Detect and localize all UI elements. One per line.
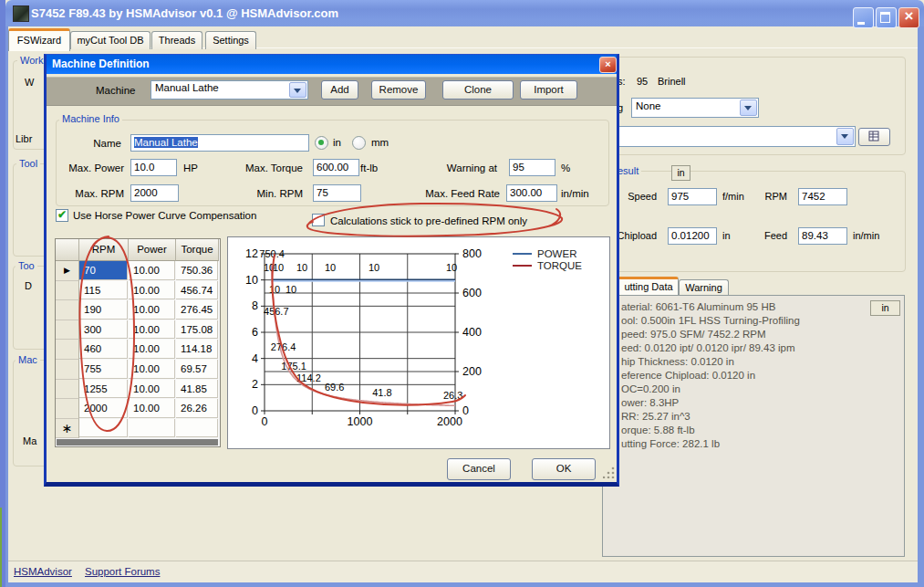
table-row-header[interactable]: ▶ xyxy=(56,261,79,281)
machine-select[interactable]: Manual Lathe xyxy=(151,80,308,100)
link-support-forums[interactable]: Support Forums xyxy=(85,566,160,577)
max-power-field[interactable]: 10.0 xyxy=(130,159,177,176)
max-feed-rate-field[interactable]: 300.00 xyxy=(506,184,557,202)
warning-at-field[interactable]: 95 xyxy=(509,159,555,176)
svg-text:0: 0 xyxy=(262,415,268,428)
close-icon: × xyxy=(905,7,914,25)
table-cell[interactable] xyxy=(129,419,175,438)
max-feed-rate-label: Max. Feed Rate xyxy=(415,188,500,199)
table-header-rpm[interactable]: RPM xyxy=(79,239,129,261)
table-cell[interactable]: 10.00 xyxy=(129,340,175,359)
max-rpm-field[interactable]: 2000 xyxy=(130,184,179,202)
coating-dropdown-icon[interactable] xyxy=(740,100,757,116)
table-cell[interactable]: 1255 xyxy=(79,380,128,399)
table-cell[interactable]: 10.00 xyxy=(129,399,175,418)
hp-curve-checkbox[interactable]: ✔ xyxy=(56,209,68,222)
table-cell[interactable]: 750.36 xyxy=(176,261,218,280)
remove-button[interactable]: Remove xyxy=(371,80,426,100)
table-cell[interactable]: 755 xyxy=(79,360,128,379)
add-button[interactable]: Add xyxy=(321,80,358,100)
table-cell[interactable]: 114.18 xyxy=(176,340,218,359)
tab-mycut-tool-db[interactable]: myCut Tool DB xyxy=(70,31,151,49)
radio-in[interactable] xyxy=(315,136,328,150)
label-d: D xyxy=(25,280,32,291)
svg-text:10: 10 xyxy=(273,262,284,273)
resize-grip[interactable] xyxy=(603,466,616,478)
table-cell[interactable]: 10.00 xyxy=(129,281,175,300)
table-cell[interactable]: 460 xyxy=(79,340,128,359)
table-cell[interactable]: 69.57 xyxy=(176,360,218,379)
tool-edit-button[interactable] xyxy=(858,128,890,146)
dialog-close-button[interactable]: × xyxy=(599,57,617,73)
speed-field[interactable]: 975 xyxy=(668,188,717,205)
table-cell[interactable]: 190 xyxy=(79,300,128,320)
svg-text:41.8: 41.8 xyxy=(372,387,391,398)
table-row-header[interactable] xyxy=(56,360,79,380)
max-torque-field[interactable]: 600.00 xyxy=(313,159,359,176)
table-cell[interactable]: 10.00 xyxy=(129,320,175,340)
table-cell[interactable]: 10.00 xyxy=(129,360,175,379)
table-cell[interactable]: 175.08 xyxy=(176,320,218,340)
max-rpm-label: Max. RPM xyxy=(57,188,124,199)
table-cell[interactable]: 276.45 xyxy=(176,300,218,320)
table-cell[interactable]: 10.00 xyxy=(129,380,175,399)
table-row-header[interactable] xyxy=(56,340,79,360)
desktop-grass xyxy=(0,508,2,587)
tab-settings[interactable]: Settings xyxy=(205,31,256,49)
table-row-header[interactable] xyxy=(56,300,79,320)
svg-text:400: 400 xyxy=(462,326,482,339)
svg-text:200: 200 xyxy=(462,365,482,378)
svg-text:26.3: 26.3 xyxy=(443,390,462,401)
hp-curve-check-icon: ✔ xyxy=(57,208,67,221)
max-feed-rate-unit: in/min xyxy=(561,188,589,199)
rpm-field[interactable]: 7452 xyxy=(798,188,847,205)
table-cell[interactable]: 115 xyxy=(79,281,128,300)
table-cell[interactable] xyxy=(176,419,218,438)
link-hsmadvisor[interactable]: HSMAdvisor xyxy=(14,566,72,577)
radio-in-label: in xyxy=(333,137,341,148)
ok-button[interactable]: OK xyxy=(532,458,596,480)
table-header-power[interactable]: Power xyxy=(129,239,176,261)
table-cell[interactable]: 2000 xyxy=(79,399,128,418)
table-cell[interactable]: 10.00 xyxy=(129,300,175,320)
name-label: Name xyxy=(67,138,121,149)
table-row-header[interactable]: ∗ xyxy=(56,419,79,439)
maximize-button[interactable] xyxy=(876,7,897,28)
minimize-button[interactable] xyxy=(853,7,874,28)
rpm-table: RPMPowerTorque▶7010.00750.3611510.00456.… xyxy=(55,238,221,447)
window-border-right[interactable] xyxy=(918,26,924,587)
feed-field[interactable]: 89.43 xyxy=(798,227,847,245)
table-row-header[interactable] xyxy=(56,380,79,400)
tool-dropdown-icon[interactable] xyxy=(836,128,854,145)
table-cell[interactable]: 41.85 xyxy=(176,380,218,399)
coating-select[interactable]: None xyxy=(631,98,759,118)
table-cell[interactable]: 70 xyxy=(79,261,128,280)
cancel-button[interactable]: Cancel xyxy=(447,458,511,480)
clone-button[interactable]: Clone xyxy=(442,80,514,100)
table-horizontal-scrollbar[interactable] xyxy=(57,439,218,445)
tab-threads[interactable]: Threads xyxy=(151,31,202,49)
name-field[interactable]: Manual Lathe xyxy=(130,134,309,152)
table-row-header[interactable] xyxy=(56,320,79,341)
table-cell[interactable]: 300 xyxy=(79,320,128,340)
radio-mm[interactable] xyxy=(352,136,366,150)
tool-select[interactable] xyxy=(597,126,856,147)
table-header-torque[interactable]: Torque xyxy=(176,239,219,261)
tab-warning[interactable]: Warning xyxy=(679,279,729,296)
tab-fswizard[interactable]: FSWizard xyxy=(8,28,70,51)
table-cell[interactable]: 456.74 xyxy=(176,281,218,300)
table-row-header[interactable] xyxy=(56,399,79,419)
hardness-value: 95 xyxy=(637,76,648,87)
table-cell[interactable] xyxy=(79,419,128,438)
min-rpm-field[interactable]: 75 xyxy=(313,184,361,202)
svg-text:10: 10 xyxy=(269,284,280,295)
chipload-field[interactable]: 0.01200 xyxy=(668,227,717,245)
cutting-data-line: hip Thickness: 0.0120 in xyxy=(621,356,734,367)
table-cell[interactable]: 10.00 xyxy=(129,261,175,280)
table-row-header[interactable] xyxy=(56,281,79,301)
import-button[interactable]: Import xyxy=(520,80,577,100)
machine-dropdown-icon[interactable] xyxy=(289,82,306,98)
close-button[interactable]: × xyxy=(898,7,919,28)
rpm-only-checkbox[interactable] xyxy=(312,214,325,226)
table-cell[interactable]: 26.26 xyxy=(176,399,218,418)
